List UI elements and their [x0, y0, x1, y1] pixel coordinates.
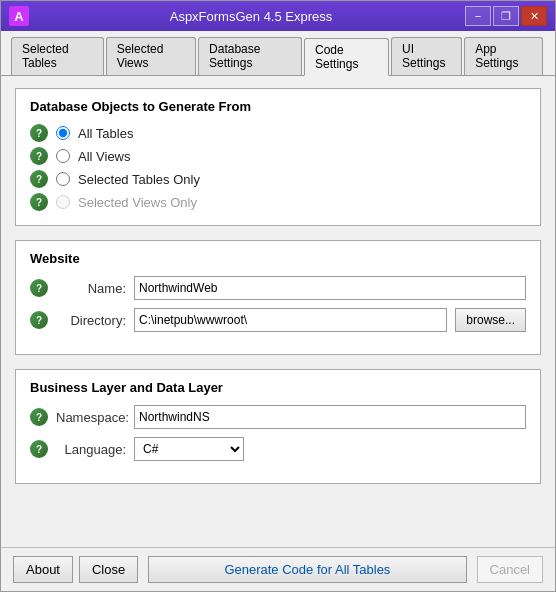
tab-selected-views[interactable]: Selected Views — [106, 37, 196, 75]
all-tables-row: ? All Tables — [30, 124, 526, 142]
app-icon: A — [9, 6, 29, 26]
all-views-radio[interactable] — [56, 149, 70, 163]
name-label: Name: — [56, 281, 126, 296]
about-button[interactable]: About — [13, 556, 73, 583]
tab-bar: Selected Tables Selected Views Database … — [1, 31, 555, 76]
window-title: AspxFormsGen 4.5 Express — [37, 9, 465, 24]
selected-views-only-label: Selected Views Only — [78, 195, 197, 210]
selected-views-only-radio[interactable] — [56, 195, 70, 209]
close-window-button[interactable]: ✕ — [521, 6, 547, 26]
selected-tables-only-radio[interactable] — [56, 172, 70, 186]
title-bar: A AspxFormsGen 4.5 Express − ❐ ✕ — [1, 1, 555, 31]
tab-database-settings[interactable]: Database Settings — [198, 37, 302, 75]
language-label: Language: — [56, 442, 126, 457]
directory-label: Directory: — [56, 313, 126, 328]
selected-views-only-row: ? Selected Views Only — [30, 193, 526, 211]
language-select[interactable]: C# VB.NET — [134, 437, 244, 461]
db-objects-section: Database Objects to Generate From ? All … — [15, 88, 541, 226]
namespace-row: ? Namespace: — [30, 405, 526, 429]
all-views-label: All Views — [78, 149, 131, 164]
tab-selected-tables[interactable]: Selected Tables — [11, 37, 104, 75]
business-layer-section: Business Layer and Data Layer ? Namespac… — [15, 369, 541, 484]
namespace-help-icon: ? — [30, 408, 48, 426]
business-layer-title: Business Layer and Data Layer — [30, 380, 526, 395]
main-content: Database Objects to Generate From ? All … — [1, 76, 555, 547]
window-controls: − ❐ ✕ — [465, 6, 547, 26]
all-views-help-icon: ? — [30, 147, 48, 165]
all-tables-label: All Tables — [78, 126, 133, 141]
namespace-label: Namespace: — [56, 410, 126, 425]
restore-button[interactable]: ❐ — [493, 6, 519, 26]
bottom-bar: About Close Generate Code for All Tables… — [1, 547, 555, 591]
main-window: A AspxFormsGen 4.5 Express − ❐ ✕ Selecte… — [0, 0, 556, 592]
name-help-icon: ? — [30, 279, 48, 297]
language-row: ? Language: C# VB.NET — [30, 437, 526, 461]
directory-help-icon: ? — [30, 311, 48, 329]
minimize-button[interactable]: − — [465, 6, 491, 26]
browse-button[interactable]: browse... — [455, 308, 526, 332]
language-help-icon: ? — [30, 440, 48, 458]
selected-tables-only-label: Selected Tables Only — [78, 172, 200, 187]
selected-tables-only-help-icon: ? — [30, 170, 48, 188]
name-input[interactable] — [134, 276, 526, 300]
db-objects-radio-group: ? All Tables ? All Views ? Selected Tabl… — [30, 124, 526, 211]
tab-app-settings[interactable]: App Settings — [464, 37, 543, 75]
name-row: ? Name: — [30, 276, 526, 300]
selected-views-only-help-icon: ? — [30, 193, 48, 211]
all-tables-help-icon: ? — [30, 124, 48, 142]
close-button[interactable]: Close — [79, 556, 138, 583]
website-section-title: Website — [30, 251, 526, 266]
all-tables-radio[interactable] — [56, 126, 70, 140]
bottom-left-buttons: About Close — [13, 556, 138, 583]
website-section: Website ? Name: ? Directory: browse... — [15, 240, 541, 355]
namespace-input[interactable] — [134, 405, 526, 429]
directory-input[interactable] — [134, 308, 447, 332]
selected-tables-only-row: ? Selected Tables Only — [30, 170, 526, 188]
db-objects-title: Database Objects to Generate From — [30, 99, 526, 114]
tab-code-settings[interactable]: Code Settings — [304, 38, 389, 76]
cancel-button: Cancel — [477, 556, 543, 583]
directory-row: ? Directory: browse... — [30, 308, 526, 332]
all-views-row: ? All Views — [30, 147, 526, 165]
tab-ui-settings[interactable]: UI Settings — [391, 37, 462, 75]
generate-button[interactable]: Generate Code for All Tables — [148, 556, 466, 583]
